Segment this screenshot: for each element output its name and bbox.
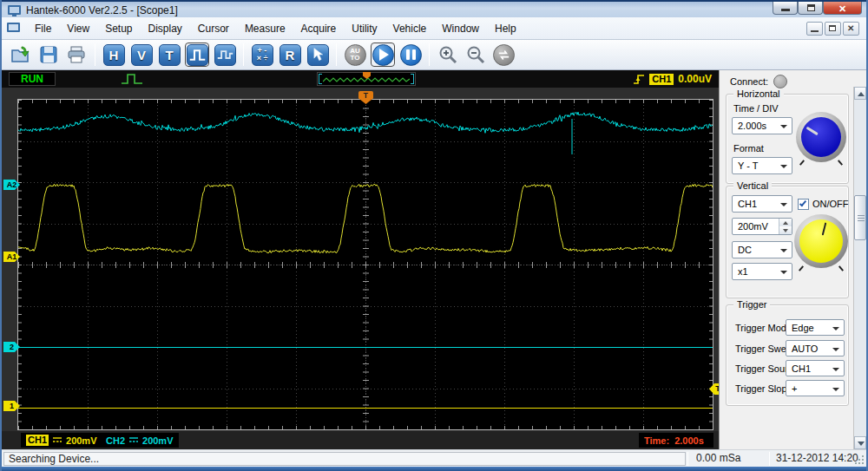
coupling-value: DC <box>738 245 752 255</box>
volts-div-stepper[interactable]: 200mV <box>732 218 792 235</box>
onoff-label: ON/OFF <box>812 199 849 209</box>
open-folder-icon <box>10 44 31 65</box>
trigger-sweep-select[interactable]: AUTO <box>786 340 845 357</box>
preview-left-bracket <box>319 74 322 84</box>
time-div-label: Time / DIV <box>733 103 779 114</box>
minimize-button[interactable] <box>773 2 798 15</box>
time-value: 2.000s <box>674 435 704 446</box>
stepper-arrows[interactable] <box>779 219 792 234</box>
scroll-down-button[interactable] <box>854 436 866 449</box>
time-readout: Time: 2.000s <box>639 433 713 448</box>
toolbar-separator <box>95 43 95 66</box>
toolbar: H V T + -× ÷ R AUTO <box>2 40 866 70</box>
scope-window-icon <box>7 23 20 34</box>
mdi-minimize-button[interactable] <box>806 22 823 36</box>
ch1-name-chip: CH1 <box>26 435 49 446</box>
maximize-icon <box>807 4 815 11</box>
scope-status-strip: RUN CH1 0.00uV <box>2 70 719 88</box>
zoom-out-button[interactable] <box>464 43 488 67</box>
vertical-panel-button[interactable]: V <box>129 43 154 67</box>
zoom-in-icon <box>437 44 458 65</box>
auto-setup-button[interactable]: AUTO <box>343 43 367 67</box>
chevron-down-icon <box>832 327 839 330</box>
connect-led <box>773 75 787 88</box>
maximize-button[interactable] <box>798 2 823 15</box>
zoom-in-button[interactable] <box>436 43 460 67</box>
resize-grip[interactable] <box>854 455 865 465</box>
horizontal-panel-button[interactable]: H <box>102 43 126 67</box>
trigger-source-select[interactable]: CH1 <box>786 360 845 376</box>
status-message: Searching Device... <box>3 452 686 466</box>
menu-utility[interactable]: Utility <box>344 20 385 37</box>
menu-setup[interactable]: Setup <box>97 20 140 37</box>
trigger-level-value: 0.00uV <box>678 73 712 85</box>
refresh-swap-button[interactable] <box>491 43 516 67</box>
run-button[interactable] <box>371 43 395 67</box>
chevron-down-icon <box>780 165 787 168</box>
sample-rate: 0.00 mSa <box>696 452 740 466</box>
close-button[interactable]: ✕ <box>823 2 862 15</box>
time-div-select[interactable]: 2.000s <box>732 117 792 134</box>
minimize-icon <box>781 9 790 11</box>
scroll-up-button[interactable] <box>854 87 866 100</box>
menu-file[interactable]: File <box>27 20 59 37</box>
print-icon <box>66 44 87 65</box>
probe-select[interactable]: x1 <box>732 263 792 280</box>
step-down-icon <box>779 226 792 234</box>
mdi-restore-icon <box>829 25 836 31</box>
menu-vehicle[interactable]: Vehicle <box>385 20 435 37</box>
menu-display[interactable]: Display <box>141 20 190 37</box>
waveform-preview[interactable] <box>317 72 416 86</box>
panel-scrollbar[interactable] <box>853 87 866 449</box>
toolbar-separator <box>243 43 244 66</box>
trigger-group: Trigger Trigger Mode Edge Trigger Sweep … <box>726 304 849 406</box>
trigger-slope-select[interactable]: + <box>786 380 845 396</box>
check-icon <box>799 200 806 207</box>
menu-cursor[interactable]: Cursor <box>190 20 237 37</box>
ch1-readout[interactable]: CH1 200mV <box>21 433 102 448</box>
save-button[interactable] <box>36 43 61 67</box>
horizontal-knob-pointer <box>806 127 819 135</box>
ch2-readout[interactable]: CH2 200mV <box>101 433 179 448</box>
mdi-close-button[interactable]: ✕ <box>843 22 859 36</box>
ch2-volts-div: 200mV <box>142 435 173 446</box>
pause-button[interactable] <box>398 43 423 67</box>
reference-button[interactable]: R <box>278 43 302 67</box>
trigger-slope-label: Trigger Slope <box>735 383 792 394</box>
menu-measure[interactable]: Measure <box>237 20 293 37</box>
chevron-down-icon <box>780 271 787 274</box>
horizontal-group: Horizontal Time / DIV 2.000s Format Y - … <box>726 94 849 184</box>
pulse-mode-button[interactable] <box>185 43 209 67</box>
channel-select[interactable]: CH1 <box>732 195 792 213</box>
horizontal-position-knob[interactable] <box>796 112 846 162</box>
coupling-select[interactable]: DC <box>732 241 792 258</box>
run-status: RUN <box>9 72 56 86</box>
trigger-sweep-value: AUTO <box>792 343 818 354</box>
print-button[interactable] <box>64 43 89 67</box>
menu-help[interactable]: Help <box>487 20 524 37</box>
zoom-out-icon <box>465 44 486 65</box>
toolbar-separator <box>336 43 337 66</box>
cursor-measure-button[interactable] <box>306 43 330 67</box>
toolbar-separator <box>429 43 430 66</box>
trigger-panel-button[interactable]: T <box>157 43 181 67</box>
vertical-position-knob[interactable] <box>794 214 848 268</box>
play-icon <box>379 49 389 61</box>
format-select[interactable]: Y - T <box>732 157 792 174</box>
trigger-channel-chip: CH1 <box>649 74 674 85</box>
scope-display[interactable] <box>17 99 713 430</box>
mdi-restore-button[interactable] <box>825 22 841 36</box>
menu-acquire[interactable]: Acquire <box>293 20 345 37</box>
status-bar: Searching Device... 0.00 mSa 31-12-2012 … <box>2 449 866 467</box>
open-button[interactable] <box>9 43 33 67</box>
menu-window[interactable]: Window <box>434 20 487 37</box>
title-bar: Hantek-6000 Ver2.2.5 - [Scope1] ✕ <box>2 0 866 17</box>
scroll-thumb[interactable] <box>854 195 866 240</box>
trigger-mode-label: Trigger Mode <box>735 323 792 333</box>
math-button[interactable]: + -× ÷ <box>250 43 274 67</box>
trigger-edge-icon <box>633 73 645 86</box>
menu-view[interactable]: View <box>59 20 97 37</box>
scope-frame: A2 A1 2 1 T T <box>2 88 719 431</box>
pulse2-mode-button[interactable] <box>213 43 237 67</box>
trigger-mode-select[interactable]: Edge <box>786 319 845 336</box>
